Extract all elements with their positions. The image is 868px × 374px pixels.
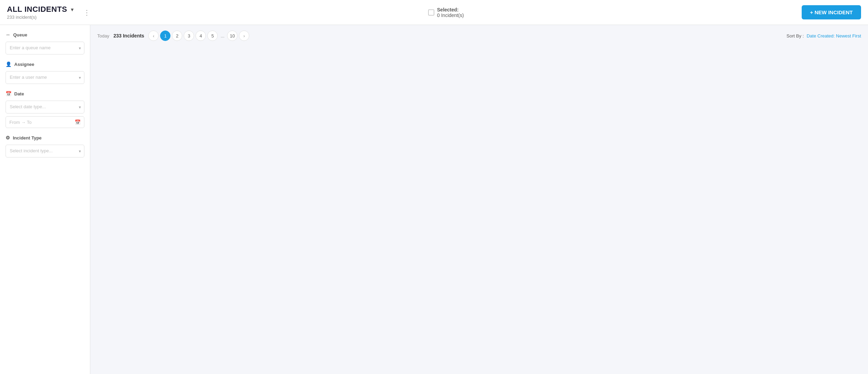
incident-type-icon: ⚙ bbox=[6, 135, 10, 141]
queue-label: Queue bbox=[13, 32, 27, 37]
page-1-button[interactable]: 1 bbox=[160, 31, 170, 41]
header-left: ALL INCIDENTS ▾ 233 incident(s) ⋮ bbox=[7, 5, 90, 20]
more-options-icon[interactable]: ⋮ bbox=[83, 8, 90, 17]
sort-label: Sort By : bbox=[786, 33, 804, 39]
date-filter-section: 📅 Date ▾ Select date type... From → To 📅 bbox=[6, 91, 84, 128]
header: ALL INCIDENTS ▾ 233 incident(s) ⋮ Select… bbox=[0, 0, 868, 25]
incident-type-select[interactable] bbox=[6, 145, 84, 158]
page-title: ALL INCIDENTS bbox=[7, 5, 67, 14]
title-block: ALL INCIDENTS ▾ 233 incident(s) bbox=[7, 5, 74, 20]
sort-value[interactable]: Date Created: Newest First bbox=[807, 33, 861, 39]
page-2-button[interactable]: 2 bbox=[172, 31, 182, 41]
prev-page-button[interactable]: ‹ bbox=[148, 31, 159, 41]
main-layout: ↔ Queue ▾ Enter a queue name 👤 Assignee bbox=[0, 25, 868, 374]
page-5-button[interactable]: 5 bbox=[207, 31, 218, 41]
assignee-icon: 👤 bbox=[6, 61, 11, 67]
selected-count: 0 Incident(s) bbox=[437, 12, 464, 18]
incident-type-filter-section: ⚙ Incident Type ▾ Select incident type..… bbox=[6, 135, 84, 158]
queue-select[interactable] bbox=[6, 42, 84, 54]
toolbar-left: Today 233 Incidents ‹ 1 2 3 4 5 ... 10 › bbox=[97, 31, 249, 41]
date-range-picker[interactable]: From → To 📅 bbox=[6, 116, 84, 128]
date-icon: 📅 bbox=[6, 91, 11, 96]
queue-filter-section: ↔ Queue ▾ Enter a queue name bbox=[6, 32, 84, 54]
content-toolbar: Today 233 Incidents ‹ 1 2 3 4 5 ... 10 › bbox=[97, 31, 861, 41]
today-label: Today bbox=[97, 33, 109, 39]
calendar-icon: 📅 bbox=[75, 119, 81, 125]
date-range-text: From → To bbox=[9, 120, 75, 125]
page-10-button[interactable]: 10 bbox=[227, 31, 237, 41]
app-container: ALL INCIDENTS ▾ 233 incident(s) ⋮ Select… bbox=[0, 0, 868, 374]
incident-type-select-wrapper: ▾ Select incident type... bbox=[6, 145, 84, 158]
selection-info: Selected: 0 Incident(s) bbox=[428, 7, 464, 18]
next-page-button[interactable]: › bbox=[239, 31, 249, 41]
incident-total-count: 233 Incidents bbox=[114, 33, 144, 39]
incident-count-subtitle: 233 incident(s) bbox=[7, 15, 74, 20]
date-label: Date bbox=[14, 91, 24, 96]
title-dropdown-icon[interactable]: ▾ bbox=[71, 6, 74, 13]
sidebar: ↔ Queue ▾ Enter a queue name 👤 Assignee bbox=[0, 25, 90, 374]
new-incident-button[interactable]: + NEW INCIDENT bbox=[802, 5, 861, 19]
assignee-filter-section: 👤 Assignee ▾ Enter a user name bbox=[6, 61, 84, 84]
page-4-button[interactable]: 4 bbox=[195, 31, 206, 41]
date-type-select-wrapper: ▾ Select date type... bbox=[6, 101, 84, 113]
queue-icon: ↔ bbox=[6, 32, 10, 37]
selected-label: Selected: bbox=[437, 7, 464, 12]
pagination-dots: ... bbox=[219, 33, 226, 39]
assignee-label: Assignee bbox=[14, 62, 34, 67]
select-all-checkbox[interactable] bbox=[428, 9, 434, 16]
assignee-select[interactable] bbox=[6, 71, 84, 84]
assignee-select-wrapper: ▾ Enter a user name bbox=[6, 71, 84, 84]
sort-section: Sort By : Date Created: Newest First bbox=[786, 33, 861, 39]
date-type-select[interactable] bbox=[6, 101, 84, 113]
queue-select-wrapper: ▾ Enter a queue name bbox=[6, 42, 84, 54]
page-3-button[interactable]: 3 bbox=[184, 31, 194, 41]
content-area: Today 233 Incidents ‹ 1 2 3 4 5 ... 10 › bbox=[90, 25, 868, 374]
incident-type-label: Incident Type bbox=[13, 135, 42, 141]
pagination: ‹ 1 2 3 4 5 ... 10 › bbox=[148, 31, 249, 41]
